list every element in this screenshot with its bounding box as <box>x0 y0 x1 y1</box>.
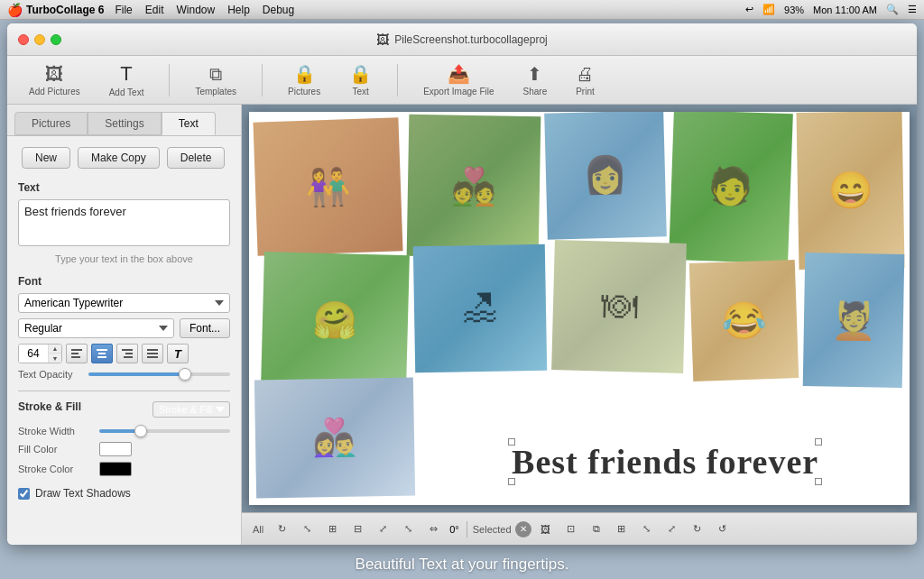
selected-label: Selected <box>473 524 512 535</box>
font-size-up[interactable]: ▲ <box>49 345 61 354</box>
selected-paste-button[interactable]: ⊞ <box>611 519 633 539</box>
align-left-button[interactable] <box>66 344 88 363</box>
file-icon: 🖼 <box>376 32 389 47</box>
font-size-stepper: ▲ ▼ <box>48 345 61 363</box>
grid-button[interactable]: ⊞ <box>321 519 343 539</box>
draw-shadows-checkbox[interactable] <box>18 488 30 500</box>
text-overlay-container[interactable]: Best friends forever <box>434 442 896 482</box>
add-pictures-icon: 🖼 <box>45 64 63 85</box>
export-button[interactable]: 📤 Export Image File <box>416 60 501 100</box>
collage-canvas: 👫 💑 👩 🧑 😄 🤗 <box>249 112 910 505</box>
battery-text: 93% <box>784 5 804 15</box>
action-buttons: New Make Copy Delete <box>18 147 230 169</box>
new-button[interactable]: New <box>22 147 70 169</box>
close-button[interactable] <box>18 34 29 45</box>
bt-sep <box>467 521 467 538</box>
minimize-button[interactable] <box>34 34 45 45</box>
font-controls-row: Regular Bold Italic Font... <box>18 318 230 338</box>
svg-rect-10 <box>147 353 158 354</box>
draw-shadows-row: Draw Text Shadows <box>18 487 230 500</box>
opacity-slider[interactable] <box>88 372 230 376</box>
add-pictures-button[interactable]: 🖼 Add Pictures <box>22 60 88 100</box>
handle-tl[interactable] <box>508 438 515 446</box>
font-size-down[interactable]: ▼ <box>49 354 61 363</box>
stroke-color-row: Stroke Color <box>18 462 230 476</box>
tab-settings[interactable]: Settings <box>88 112 161 135</box>
handle-br[interactable] <box>815 478 822 485</box>
make-copy-button[interactable]: Make Copy <box>78 147 160 169</box>
selected-copy-button[interactable]: ⧉ <box>586 519 607 539</box>
menu-window[interactable]: Window <box>176 4 215 16</box>
menu-debug[interactable]: Debug <box>263 4 294 16</box>
deselect-button[interactable]: ✕ <box>515 521 531 538</box>
titlebar: 🖼 PileScreenshot.turbocollageproj <box>7 23 917 56</box>
photo-9: 😂 <box>689 260 799 381</box>
selected-resize-button[interactable]: ⤡ <box>636 519 658 539</box>
selected-rotate-ccw[interactable]: ↺ <box>712 519 734 539</box>
angle-display: 0° <box>448 524 461 535</box>
rotate-button[interactable]: ↻ <box>271 519 292 539</box>
add-text-icon: T <box>120 62 132 86</box>
menubar-right: ↩ 📶 93% Mon 11:00 AM 🔍 ☰ <box>745 4 917 15</box>
font-family-select[interactable]: American Typewriter <box>18 293 230 313</box>
text-style-button[interactable]: T <box>167 344 189 363</box>
maximize-button[interactable] <box>51 34 61 45</box>
handle-bl[interactable] <box>508 478 515 485</box>
toolbar: 🖼 Add Pictures T Add Text ⧉ Templates 🔒 … <box>7 56 917 105</box>
handle-tr[interactable] <box>815 438 822 446</box>
tab-text[interactable]: Text <box>162 112 216 135</box>
share-button[interactable]: ⬆ Share <box>516 60 555 100</box>
panel-content: New Make Copy Delete Text Best friends f… <box>7 136 241 545</box>
selected-img-button[interactable]: 🖼 <box>535 519 557 539</box>
traffic-lights <box>18 34 61 45</box>
delete-button[interactable]: Delete <box>167 147 226 169</box>
align-justify-button[interactable] <box>142 344 163 363</box>
search-icon[interactable]: 🔍 <box>886 4 899 15</box>
selected-rotate-cw[interactable]: ↻ <box>687 519 708 539</box>
expand-button[interactable]: ⤢ <box>372 519 393 539</box>
align-right-button[interactable] <box>116 344 138 363</box>
resize-button[interactable]: ⤡ <box>296 519 318 539</box>
templates-icon: ⧉ <box>209 64 222 85</box>
selected-crop-button[interactable]: ⊡ <box>560 519 582 539</box>
fill-color-swatch[interactable] <box>99 442 132 456</box>
menu-file[interactable]: File <box>115 4 132 16</box>
align-h-button[interactable]: ⇔ <box>422 519 444 539</box>
photo-11: 👩‍❤️‍👨 <box>254 378 415 499</box>
photo-2: 💑 <box>406 115 541 258</box>
size-align-row: ▲ ▼ <box>18 344 230 363</box>
stroke-fill-header: Stroke & Fill Stroke & Fill Stroke Only … <box>18 400 230 418</box>
canvas-area[interactable]: 👫 💑 👩 🧑 😄 🤗 <box>242 105 917 545</box>
stroke-color-swatch[interactable] <box>99 462 132 476</box>
stroke-width-label: Stroke Width <box>18 426 99 437</box>
text-button[interactable]: 🔒 Text <box>342 60 379 100</box>
photo-1: 👫 <box>254 117 403 256</box>
stroke-width-slider[interactable] <box>99 429 230 433</box>
menu-edit[interactable]: Edit <box>145 4 164 16</box>
font-size-input[interactable] <box>19 345 48 363</box>
wifi-icon: 📶 <box>762 4 775 15</box>
compress-button[interactable]: ⤡ <box>397 519 419 539</box>
photo-4: 🧑 <box>670 112 793 263</box>
apple-icon[interactable]: 🍎 <box>7 3 23 17</box>
templates-button[interactable]: ⧉ Templates <box>188 60 244 100</box>
menu-icon[interactable]: ☰ <box>908 4 917 15</box>
align-center-button[interactable] <box>91 344 113 363</box>
selected-expand-button[interactable]: ⤢ <box>661 519 683 539</box>
print-icon: 🖨 <box>576 64 594 85</box>
font-style-select[interactable]: Regular Bold Italic <box>18 318 174 338</box>
menu-help[interactable]: Help <box>227 4 250 16</box>
svg-rect-2 <box>71 356 80 358</box>
lock-pictures-icon: 🔒 <box>293 63 316 85</box>
menubar: 🍎 TurboCollage 6 File Edit Window Help D… <box>0 0 924 20</box>
pictures-button[interactable]: 🔒 Pictures <box>281 60 328 100</box>
text-input[interactable]: Best friends forever <box>18 199 230 246</box>
stroke-fill-select[interactable]: Stroke & Fill Stroke Only Fill Only <box>152 401 230 418</box>
tab-pictures[interactable]: Pictures <box>14 112 88 135</box>
print-button[interactable]: 🖨 Print <box>568 60 602 100</box>
add-text-button[interactable]: T Add Text <box>102 59 152 101</box>
photo-2-overlay: 💑 <box>406 115 541 258</box>
grid2-button[interactable]: ⊟ <box>346 519 368 539</box>
text-selection-box[interactable]: Best friends forever <box>512 442 818 482</box>
font-picker-button[interactable]: Font... <box>180 318 230 338</box>
